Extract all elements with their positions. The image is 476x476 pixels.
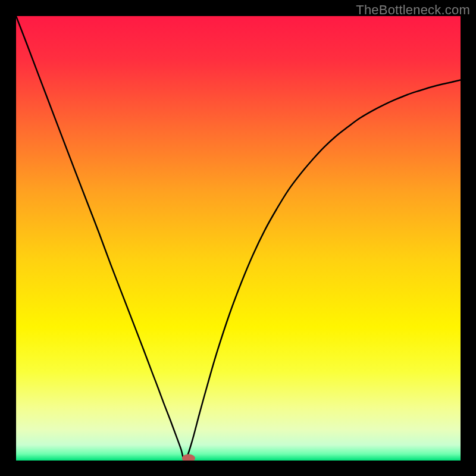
watermark-text: TheBottleneck.com xyxy=(356,2,470,18)
gradient-background xyxy=(16,16,461,461)
chart-svg xyxy=(16,16,461,461)
chart-plot-area xyxy=(16,16,461,461)
